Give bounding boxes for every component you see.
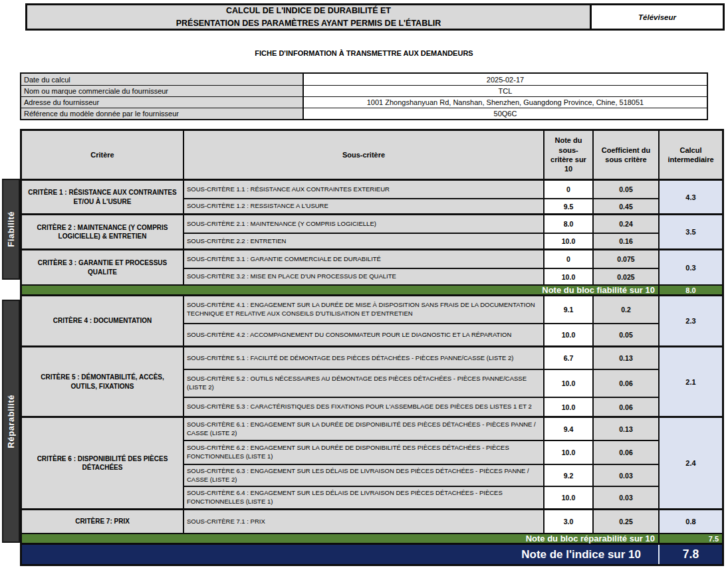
document-title-line2: PRÉSENTATION DES PARAMÈTRES AYANT PERMIS…	[27, 17, 590, 30]
note-cell: 9.5	[543, 199, 592, 213]
note-cell: 10.0	[543, 487, 592, 508]
block-score-bar-reparabilite: Note du bloc réparabilité sur 10 7.5	[22, 533, 722, 543]
coefficient-cell: 0.05	[592, 181, 658, 198]
note-cell: 10.0	[543, 370, 592, 397]
criterion-title: CRITÈRE 5 : DÉMONTABILITÉ, ACCÈS, OUTILS…	[22, 347, 183, 416]
note-cell: 8.0	[543, 215, 592, 233]
col-header-coefficient: Coefficient du sous critère	[592, 131, 658, 179]
side-label-text: Fiabilité	[6, 211, 16, 247]
note-cell: 6.7	[543, 347, 592, 369]
subcriterion-label: SOUS-CRITÈRE 6.4 : ENGAGEMENT SUR LES DÉ…	[184, 487, 543, 508]
subcriterion-label: SOUS-CRITÈRE 3.1 : GARANTIE COMMERCIALE …	[184, 250, 543, 268]
subcriterion-row: SOUS-CRITÈRE 5.2 : OUTILS NÉCESSAIRES AU…	[184, 369, 658, 397]
subcriterion-row: SOUS-CRITÈRE 1.2 : RESSISTANCE A L'USURE…	[184, 198, 658, 213]
side-label-fiabilite: Fiabilité	[2, 179, 20, 280]
coefficient-cell: 0.16	[592, 234, 658, 248]
coefficient-cell: 0.075	[592, 250, 658, 268]
col-header-calcul: Calcul intermediaire	[658, 131, 722, 179]
total-score-bar: Note de l'indice sur 10 7.8	[22, 543, 722, 564]
subcriterion-label: SOUS-CRITÈRE 6.2 : ENGAGEMENT SUR LA DUR…	[184, 441, 543, 464]
subcriterion-label: SOUS-CRITÈRE 4.2 : ACCOMPAGNEMENT DU CON…	[184, 324, 543, 345]
note-cell: 0	[543, 250, 592, 268]
subcriterion-row: SOUS-CRITÈRE 7.1 : PRIX 3.0 0.25	[184, 510, 658, 533]
criterion-group-1: CRITÈRE 1 : RÉSISTANCE AUX CONTRAINTES E…	[22, 179, 722, 213]
note-cell: 10.0	[543, 398, 592, 416]
block-score-label: Note du bloc réparabilité sur 10	[22, 534, 658, 543]
col-header-note: Note du sous-critère sur 10	[543, 131, 592, 179]
note-cell: 10.0	[543, 441, 592, 464]
subcriterion-label: SOUS-CRITÈRE 2.2 : ENTRETIEN	[184, 234, 543, 248]
side-label-reparabilite: Réparabilité	[2, 300, 20, 543]
info-row-date: Date du calcul 2025-02-17	[21, 74, 707, 85]
coefficient-cell: 0.05	[592, 324, 658, 345]
subcriterion-label: SOUS-CRITÈRE 1.2 : RESSISTANCE A L'USURE	[184, 199, 543, 213]
info-value: TCL	[303, 86, 707, 96]
info-row-model: Référence du modèle donnée par le fourni…	[21, 108, 707, 119]
intermediate-calc-cell: 4.3	[658, 181, 722, 213]
criteria-table-header: Critère Sous-critère Note du sous-critèr…	[22, 131, 722, 179]
info-label: Date du calcul	[21, 74, 303, 85]
subcriterion-row: SOUS-CRITÈRE 4.2 : ACCOMPAGNEMENT DU CON…	[184, 323, 658, 345]
criterion-title: CRITÈRE 1 : RÉSISTANCE AUX CONTRAINTES E…	[22, 181, 183, 213]
total-score-label: Note de l'indice sur 10	[22, 545, 658, 564]
block-score-bar-fiabilite: Note du bloc fiabilité sur 10 8.0	[22, 284, 722, 294]
coefficient-cell: 0.06	[592, 441, 658, 464]
subcriterion-row: SOUS-CRITÈRE 6.4 : ENGAGEMENT SUR LES DÉ…	[184, 486, 658, 508]
col-header-critere: Critère	[22, 131, 183, 179]
subcriterion-label: SOUS-CRITÈRE 1.1 : RÉSISTANCE AUX CONTRA…	[184, 181, 543, 198]
subcriterion-row: SOUS-CRITÈRE 6.3 : ENGAGEMENT SUR LES DÉ…	[184, 464, 658, 486]
side-label-text: Réparabilité	[6, 395, 16, 448]
subcriterion-label: SOUS-CRITÈRE 5.2 : OUTILS NÉCESSAIRES AU…	[184, 370, 543, 397]
intermediate-calc-cell: 2.1	[658, 347, 722, 416]
intermediate-calc-cell: 2.4	[658, 418, 722, 508]
info-label: Référence du modèle donnée par le fourni…	[21, 108, 303, 119]
criterion-group-5: CRITÈRE 5 : DÉMONTABILITÉ, ACCÈS, OUTILS…	[22, 345, 722, 416]
subcriterion-label: SOUS-CRITÈRE 7.1 : PRIX	[184, 510, 543, 533]
subcriterion-label: SOUS-CRITÈRE 4.1 : ENGAGEMENT SUR LA DUR…	[184, 296, 543, 323]
info-value: 1001 Zhongshanyuan Rd, Nanshan, Shenzhen…	[303, 97, 707, 108]
coefficient-cell: 0.03	[592, 465, 658, 486]
criteria-table: Critère Sous-critère Note du sous-critèr…	[20, 129, 724, 566]
criterion-title: CRITÈRE 3 : GARANTIE ET PROCESSUS QUALIT…	[22, 250, 183, 284]
subcriterion-row: SOUS-CRITÈRE 2.2 : ENTRETIEN 10.0 0.16	[184, 233, 658, 248]
info-value: 50Q6C	[303, 108, 707, 119]
info-row-brand: Nom ou marque commerciale du fournisseur…	[21, 85, 707, 96]
document-subtitle: FICHE D'INFORMATION À TRANSMETTRE AUX DE…	[0, 49, 728, 57]
block-score-value: 7.5	[658, 534, 722, 543]
info-value: 2025-02-17	[303, 74, 707, 85]
product-type-box: Téléviseur	[590, 5, 723, 29]
subcriterion-label: SOUS-CRITÈRE 6.3 : ENGAGEMENT SUR LES DÉ…	[184, 465, 543, 486]
note-cell: 9.1	[543, 296, 592, 323]
criterion-title: CRITÈRE 6 : DISPONIBILITÉ DES PIÈCES DÉT…	[22, 418, 183, 508]
coefficient-cell: 0.03	[592, 487, 658, 508]
criterion-title: CRITÈRE 4 : DOCUMENTATION	[22, 296, 183, 345]
subcriterion-label: SOUS-CRITÈRE 3.2 : MISE EN PLACE D'UN PR…	[184, 269, 543, 284]
subcriterion-row: SOUS-CRITÈRE 2.1 : MAINTENANCE (Y COMPRI…	[184, 215, 658, 233]
info-label: Nom ou marque commerciale du fournisseur	[21, 86, 303, 96]
subcriterion-row: SOUS-CRITÈRE 6.1 : ENGAGEMENT SUR LA DUR…	[184, 418, 658, 440]
total-score-value: 7.8	[658, 545, 722, 564]
subcriterion-label: SOUS-CRITÈRE 6.1 : ENGAGEMENT SUR LA DUR…	[184, 418, 543, 440]
info-row-address: Adresse du fournisseur 1001 Zhongshanyua…	[21, 96, 707, 108]
coefficient-cell: 0.025	[592, 269, 658, 284]
criterion-group-6: CRITÈRE 6 : DISPONIBILITÉ DES PIÈCES DÉT…	[22, 416, 722, 508]
criterion-group-2: CRITÈRE 2 : MAINTENANCE (Y COMPRIS LOGIC…	[22, 213, 722, 248]
intermediate-calc-cell: 0.8	[658, 510, 722, 533]
block-score-value: 8.0	[658, 286, 722, 294]
criterion-group-7: CRITÈRE 7: PRIX SOUS-CRITÈRE 7.1 : PRIX …	[22, 508, 722, 533]
coefficient-cell: 0.13	[592, 418, 658, 440]
criterion-title: CRITÈRE 7: PRIX	[22, 510, 183, 533]
intermediate-calc-cell: 0.3	[658, 250, 722, 284]
subcriterion-label: SOUS-CRITÈRE 5.1 : FACILITÉ DE DÉMONTAGE…	[184, 347, 543, 369]
subcriterion-row: SOUS-CRITÈRE 6.2 : ENGAGEMENT SUR LA DUR…	[184, 440, 658, 464]
subcriterion-row: SOUS-CRITÈRE 3.2 : MISE EN PLACE D'UN PR…	[184, 268, 658, 284]
note-cell: 0	[543, 181, 592, 198]
document-title-line1: CALCUL DE L'INDICE DE DURABILITÉ ET	[27, 5, 590, 17]
document-title: CALCUL DE L'INDICE DE DURABILITÉ ET PRÉS…	[27, 5, 590, 29]
coefficient-cell: 0.25	[592, 510, 658, 533]
criteria-table-wrap: Fiabilité Réparabilité Critère Sous-crit…	[0, 129, 728, 566]
subcriterion-row: SOUS-CRITÈRE 4.1 : ENGAGEMENT SUR LA DUR…	[184, 296, 658, 323]
subcriterion-row: SOUS-CRITÈRE 5.1 : FACILITÉ DE DÉMONTAGE…	[184, 347, 658, 369]
coefficient-cell: 0.06	[592, 398, 658, 416]
note-cell: 10.0	[543, 324, 592, 345]
